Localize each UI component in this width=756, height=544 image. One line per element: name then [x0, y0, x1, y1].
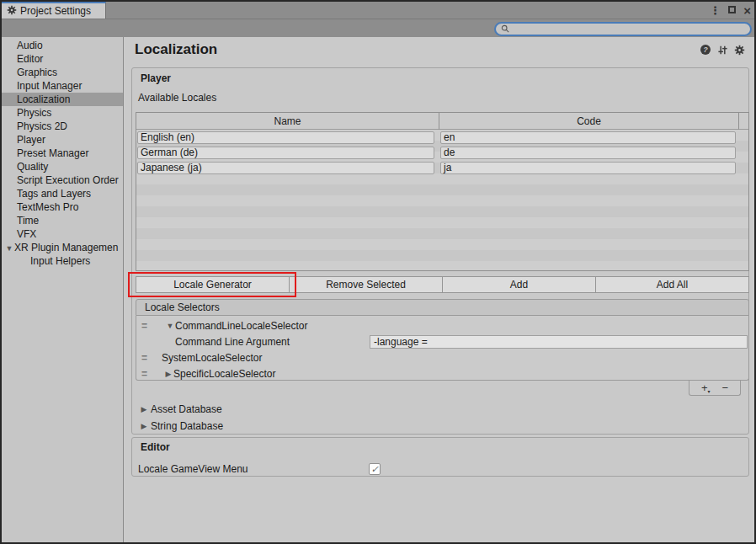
- property-row: Command Line Argument -language =: [136, 333, 748, 349]
- locale-selectors-body: = ▼ CommandLineLocaleSelector Command Li…: [136, 316, 749, 381]
- column-resize-handle[interactable]: [738, 113, 739, 130]
- dropdown-caret-icon: ▾: [707, 389, 710, 394]
- sidebar-item-xr-plugin-management[interactable]: ▼XR Plugin Managemen: [2, 241, 123, 254]
- available-locales-table: Name Code English (en) en German (de) de: [136, 112, 749, 271]
- gear-icon[interactable]: [733, 44, 745, 56]
- foldout-closed-icon: ▶: [141, 405, 147, 413]
- foldout-closed-icon: ▶: [141, 422, 147, 430]
- sidebar-item-textmesh-pro[interactable]: TextMesh Pro: [2, 200, 123, 214]
- sidebar-item-editor[interactable]: Editor: [2, 52, 123, 66]
- command-line-argument-label: Command Line Argument: [175, 336, 290, 348]
- table-header: Name Code: [136, 113, 748, 130]
- locale-name-field[interactable]: German (de): [137, 147, 434, 159]
- close-icon[interactable]: ×: [743, 4, 751, 17]
- locale-actions: Locale Generator Remove Selected Add Add…: [136, 276, 749, 293]
- foldout-closed-icon[interactable]: ▶: [163, 370, 173, 378]
- foldout-open-icon[interactable]: ▼: [165, 322, 175, 330]
- list-item[interactable]: = SystemLocaleSelector: [136, 349, 748, 365]
- locale-selectors-list: Locale Selectors = ▼ CommandLineLocaleSe…: [136, 299, 749, 381]
- table-row[interactable]: Japanese (ja) ja: [136, 160, 748, 175]
- locale-code-field[interactable]: de: [440, 147, 736, 159]
- preset-icon[interactable]: [716, 44, 728, 56]
- string-database-foldout[interactable]: ▶ String Database: [141, 419, 223, 433]
- maximize-icon[interactable]: [728, 5, 736, 15]
- sidebar-item-localization[interactable]: Localization: [2, 93, 123, 106]
- search-input[interactable]: [513, 24, 745, 35]
- sidebar-item-player[interactable]: Player: [2, 133, 123, 147]
- help-icon[interactable]: ?: [700, 44, 711, 56]
- check-icon: ✓: [370, 464, 378, 474]
- list-item[interactable]: = ▼ CommandLineLocaleSelector: [136, 317, 748, 333]
- sidebar-item-quality[interactable]: Quality: [2, 160, 123, 173]
- drag-handle-icon[interactable]: =: [141, 320, 152, 332]
- locale-name-field[interactable]: Japanese (ja): [137, 162, 434, 174]
- list-item[interactable]: = ▶ SpecificLocaleSelector: [136, 365, 748, 381]
- kebab-menu-icon[interactable]: ⋮: [710, 5, 721, 16]
- content: Audio Editor Graphics Input Manager Loca…: [2, 37, 754, 542]
- sidebar-item-time[interactable]: Time: [2, 214, 123, 227]
- add-selector-button[interactable]: +▾: [701, 382, 711, 394]
- locale-code-field[interactable]: ja: [440, 162, 736, 174]
- drag-handle-icon[interactable]: =: [141, 352, 152, 364]
- page-header: Localization ?: [124, 37, 754, 62]
- sidebar-item-tags-and-layers[interactable]: Tags and Layers: [2, 187, 123, 200]
- remove-selected-button[interactable]: Remove Selected: [290, 277, 442, 292]
- project-settings-window: Project Settings ⋮ × Audio Editor Graphi…: [0, 0, 756, 544]
- list-footer: +▾ −: [689, 381, 741, 396]
- table-row[interactable]: English (en) en: [136, 130, 748, 145]
- player-section: Player Available Locales Name Code Engli…: [131, 67, 749, 435]
- locale-selectors-header: Locale Selectors: [136, 299, 749, 316]
- settings-panel: Localization ?: [124, 37, 754, 542]
- available-locales-label: Available Locales: [138, 92, 216, 104]
- sidebar-item-graphics[interactable]: Graphics: [2, 66, 123, 79]
- table-row[interactable]: German (de) de: [136, 145, 748, 160]
- titlebar: Project Settings ⋮ ×: [2, 2, 754, 19]
- sidebar-item-physics[interactable]: Physics: [2, 106, 123, 120]
- locale-gameview-menu-label: Locale GameView Menu: [138, 463, 248, 475]
- locale-generator-button[interactable]: Locale Generator: [136, 277, 289, 292]
- column-header-name[interactable]: Name: [136, 113, 439, 129]
- window-controls: ⋮ ×: [710, 2, 751, 19]
- table-body: English (en) en German (de) de Japanese …: [136, 130, 748, 270]
- foldout-open-icon[interactable]: ▼: [4, 242, 14, 254]
- add-button[interactable]: Add: [443, 277, 595, 292]
- sidebar-item-vfx[interactable]: VFX: [2, 227, 123, 241]
- sidebar-item-input-helpers[interactable]: Input Helpers: [2, 254, 123, 268]
- locale-gameview-menu-checkbox[interactable]: ✓: [369, 463, 381, 475]
- locale-code-field[interactable]: en: [440, 131, 736, 144]
- sidebar-item-input-manager[interactable]: Input Manager: [2, 79, 123, 93]
- editor-section: Editor Locale GameView Menu ✓: [131, 437, 749, 477]
- gear-icon: [7, 5, 17, 18]
- remove-selector-button[interactable]: −: [722, 382, 729, 393]
- window-tab[interactable]: Project Settings: [2, 2, 106, 19]
- search-icon: [501, 24, 509, 35]
- column-header-code[interactable]: Code: [439, 113, 738, 129]
- player-section-title: Player: [132, 68, 748, 84]
- window-tab-title: Project Settings: [20, 5, 91, 17]
- search-field[interactable]: [494, 22, 752, 36]
- locale-name-field[interactable]: English (en): [137, 131, 434, 144]
- sidebar-item-preset-manager[interactable]: Preset Manager: [2, 147, 123, 160]
- asset-database-foldout[interactable]: ▶ Asset Database: [141, 403, 222, 416]
- page-title: Localization: [135, 41, 700, 58]
- sidebar-item-physics-2d[interactable]: Physics 2D: [2, 120, 123, 133]
- locale-gameview-menu-row: Locale GameView Menu ✓: [138, 463, 742, 477]
- toolbar: [2, 19, 754, 37]
- sidebar: Audio Editor Graphics Input Manager Loca…: [2, 37, 124, 542]
- sidebar-item-script-execution-order[interactable]: Script Execution Order: [2, 173, 123, 187]
- drag-handle-icon[interactable]: =: [141, 368, 152, 380]
- add-all-button[interactable]: Add All: [596, 277, 748, 292]
- command-line-argument-field[interactable]: -language =: [370, 335, 748, 349]
- editor-section-title: Editor: [132, 438, 748, 453]
- sidebar-item-audio[interactable]: Audio: [2, 39, 123, 52]
